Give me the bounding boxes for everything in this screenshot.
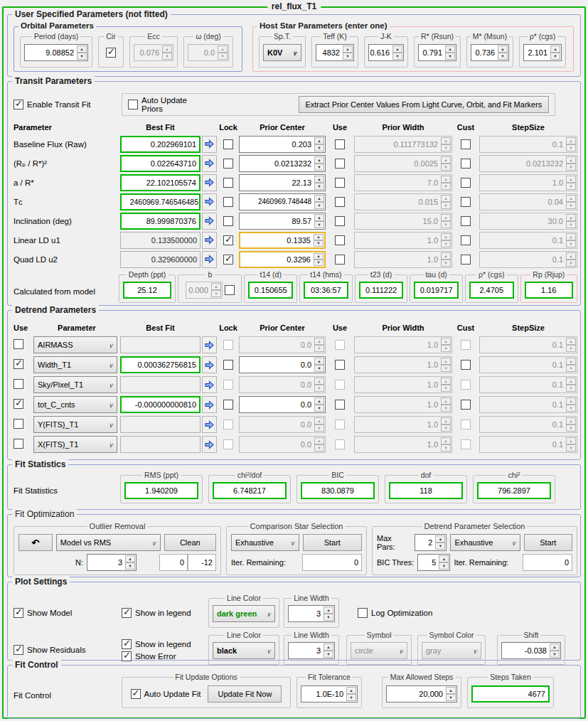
spin-down-icon[interactable] (314, 144, 324, 151)
spin-up-icon[interactable] (324, 643, 333, 651)
detrend-param-dropdown[interactable]: Sky/Pixel_T1 (33, 376, 117, 393)
spin-up-icon[interactable] (445, 46, 455, 53)
prior-center-field[interactable]: 2460969.748448 (239, 193, 326, 210)
custom-step-checkbox[interactable] (461, 255, 471, 265)
spin-down-icon[interactable] (346, 694, 356, 701)
detrend-param-dropdown[interactable]: Y(FITS)_T1 (33, 416, 117, 433)
prior-center-value[interactable]: 2460969.748448 (240, 194, 314, 210)
use-detrend-checkbox[interactable] (14, 399, 23, 409)
spinner-buttons[interactable] (444, 45, 456, 60)
teff-value[interactable]: 4832 (316, 45, 342, 60)
period-value[interactable]: 9.08852 (25, 45, 76, 60)
clean-button[interactable]: Clean (164, 534, 216, 551)
outlier-method-dropdown[interactable]: Model vs RMS (56, 534, 161, 551)
prior-center-value[interactable]: 22.13 (240, 175, 314, 191)
spinner-buttons[interactable] (314, 213, 325, 229)
residual-line-color-dropdown[interactable]: black (213, 642, 275, 659)
extract-prior-values-button[interactable]: Extract Prior Center Values From Light C… (299, 96, 549, 113)
log-optimization-checkbox[interactable] (358, 608, 368, 618)
detrend-param-dropdown[interactable]: X(FITS)_T1 (33, 436, 117, 453)
spin-down-icon[interactable] (439, 562, 449, 570)
spinner-buttons[interactable] (438, 555, 449, 570)
spin-up-icon[interactable] (314, 156, 324, 164)
prior-center-value[interactable]: 89.57 (240, 213, 314, 229)
comparison-start-button[interactable]: Start (303, 534, 363, 551)
auto-update-fit-checkbox[interactable] (131, 689, 141, 699)
prior-center-value[interactable]: 0.0 (240, 357, 314, 373)
custom-step-checkbox[interactable] (461, 159, 471, 169)
spin-up-icon[interactable] (343, 46, 353, 53)
spin-down-icon[interactable] (445, 53, 455, 60)
copy-best-to-prior-button[interactable] (202, 174, 217, 191)
spinner-buttons[interactable] (497, 45, 508, 60)
model-line-color-dropdown[interactable]: dark green (213, 605, 275, 622)
prior-center-value[interactable]: 0.0213232 (240, 156, 314, 171)
custom-step-checkbox[interactable] (461, 400, 471, 410)
use-detrend-checkbox[interactable] (14, 419, 23, 429)
spin-down-icon[interactable] (498, 53, 508, 60)
prior-center-field[interactable]: 0.1335 (239, 232, 326, 249)
lock-checkbox[interactable] (223, 159, 233, 169)
rstar-field[interactable]: 0.791 (418, 44, 456, 61)
spinner-buttons[interactable] (124, 555, 136, 570)
circular-orbit-checkbox[interactable] (106, 48, 116, 58)
spin-down-icon[interactable] (314, 183, 324, 190)
update-fit-now-button[interactable]: Update Fit Now (208, 685, 282, 703)
spinner-buttons[interactable] (550, 45, 561, 60)
auto-update-priors-checkbox[interactable] (128, 100, 138, 110)
copy-best-to-prior-button[interactable] (202, 436, 217, 453)
custom-step-checkbox[interactable] (461, 235, 471, 245)
copy-best-to-prior-button[interactable] (202, 155, 217, 172)
n-value[interactable]: 3 (87, 555, 124, 570)
use-detrend-checkbox[interactable] (14, 439, 23, 449)
use-prior-checkbox[interactable] (335, 139, 345, 149)
spin-down-icon[interactable] (314, 260, 324, 266)
prior-center-value[interactable]: 0.203 (240, 137, 314, 152)
spin-up-icon[interactable] (314, 176, 324, 183)
use-detrend-checkbox[interactable] (14, 339, 23, 349)
n-field[interactable]: 3 (87, 554, 137, 571)
teff-field[interactable]: 4832 (316, 44, 354, 61)
spin-down-icon[interactable] (550, 651, 560, 658)
use-prior-checkbox[interactable] (335, 216, 345, 226)
spin-down-icon[interactable] (435, 543, 445, 550)
spin-up-icon[interactable] (346, 687, 356, 694)
custom-step-checkbox[interactable] (461, 139, 471, 149)
copy-best-to-prior-button[interactable] (202, 232, 217, 249)
undo-button[interactable]: ↶ (18, 534, 53, 551)
spin-down-icon[interactable] (314, 365, 324, 372)
spin-down-icon[interactable] (77, 53, 87, 60)
use-detrend-checkbox[interactable] (14, 379, 23, 389)
detrend-param-dropdown[interactable]: AIRMASS (33, 336, 117, 353)
custom-step-checkbox[interactable] (461, 360, 471, 370)
spin-up-icon[interactable] (324, 607, 333, 614)
use-prior-checkbox[interactable] (335, 400, 345, 410)
jk-field[interactable]: 0.616 (368, 44, 404, 61)
model-line-width-value[interactable]: 3 (289, 606, 323, 621)
prior-center-field[interactable]: 0.203 (239, 136, 326, 153)
prior-center-field[interactable]: 0.0 (239, 396, 326, 413)
spinner-buttons[interactable] (314, 156, 325, 171)
max-steps-value[interactable]: 20,000 (387, 686, 445, 702)
spin-down-icon[interactable] (314, 240, 324, 247)
lock-checkbox[interactable] (223, 139, 233, 149)
custom-step-checkbox[interactable] (461, 216, 471, 226)
spinner-buttons[interactable] (434, 535, 446, 550)
detrend-param-dropdown[interactable]: Width_T1 (33, 356, 117, 373)
spin-down-icon[interactable] (125, 562, 135, 570)
detrend-start-button[interactable]: Start (524, 534, 573, 551)
prior-center-field[interactable]: 0.0213232 (239, 155, 326, 172)
use-prior-checkbox[interactable] (335, 255, 345, 265)
spin-up-icon[interactable] (550, 46, 560, 53)
model-line-width-field[interactable]: 3 (288, 605, 335, 622)
spin-down-icon[interactable] (550, 53, 560, 60)
rstar-value[interactable]: 0.791 (419, 45, 444, 60)
spin-down-icon[interactable] (324, 614, 333, 621)
prior-center-field[interactable]: 89.57 (239, 213, 326, 230)
mstar-field[interactable]: 0.736 (471, 44, 509, 61)
spin-up-icon[interactable] (392, 46, 402, 53)
max-steps-field[interactable]: 20,000 (386, 685, 457, 703)
max-pars-value[interactable]: 2 (415, 535, 434, 550)
use-detrend-checkbox[interactable] (14, 359, 23, 369)
spinner-buttons[interactable] (313, 233, 324, 247)
